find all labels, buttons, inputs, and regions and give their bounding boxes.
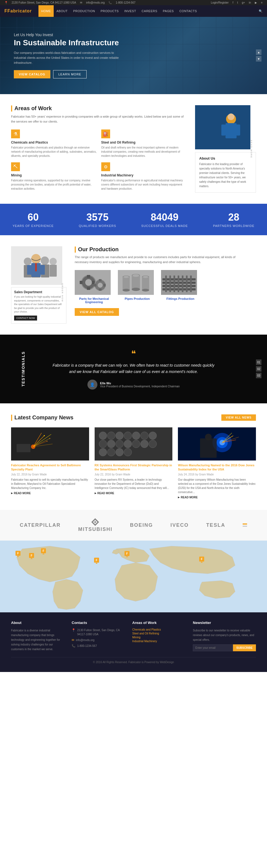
social-gp[interactable]: g+ — [242, 1, 245, 4]
aow-grid: ⚗ Chemicals and Plastics Fabricator prov… — [11, 129, 187, 191]
contact-now-button[interactable]: CONTACT NOW — [14, 316, 37, 320]
svg-rect-24 — [87, 287, 90, 290]
svg-point-80 — [116, 440, 124, 448]
stat-workers: 3575 Qualified Workers — [79, 212, 116, 227]
footer-link-steel[interactable]: Steel and Oil Refining — [132, 632, 185, 635]
social-yt[interactable]: ▶ — [255, 1, 257, 4]
svg-point-13 — [50, 258, 57, 265]
aow-content: Areas of Work Fabricator has 50+ years' … — [11, 105, 187, 193]
svg-point-87 — [116, 448, 124, 456]
partners-page-2[interactable] — [243, 526, 247, 527]
footer-link-chemicals[interactable]: Chemicals and Plastics — [132, 628, 185, 631]
nav-item-contacts[interactable]: CONTACTS — [177, 5, 200, 17]
mechanical-label[interactable]: Parts for Mechanical Engineering — [75, 297, 113, 304]
aow-item-steel: ⛽ Steel and Oil Refining Oil and draft r… — [101, 129, 187, 158]
read-more-2[interactable]: READ MORE — [95, 492, 172, 495]
social-tw[interactable]: t — [237, 1, 238, 4]
aow-item-chemicals: ⚗ Chemicals and Plastics Fabricator prov… — [11, 129, 97, 158]
news-excerpt-2: Our close partners RX Systems, a leader … — [95, 477, 172, 490]
fittings-label[interactable]: Fittings Production — [161, 297, 200, 300]
nav-item-about[interactable]: ABOUT — [54, 5, 70, 17]
social-li[interactable]: in — [249, 1, 251, 4]
news-img-3 — [178, 427, 256, 461]
footer-address-item: 📍 2130 Fulton Street, San Diego, CA 9411… — [72, 628, 124, 637]
pipes-label[interactable]: Pipes Production — [118, 297, 157, 300]
svg-rect-55 — [182, 276, 183, 292]
chemicals-desc: Fabricator provides chemicals and plasti… — [11, 146, 97, 158]
hero-arrow-up[interactable]: ▲ — [256, 50, 262, 55]
svg-point-68 — [50, 438, 50, 439]
test-nav-01[interactable]: 01 — [256, 360, 262, 365]
partner-mitsubishi: MITSUBISHI — [78, 518, 112, 532]
social-fb[interactable]: f — [233, 1, 233, 4]
svg-rect-14 — [50, 265, 57, 277]
svg-point-75 — [132, 432, 140, 439]
nav-item-careers[interactable]: CAREERS — [139, 5, 160, 17]
logo[interactable]: FFabricator — [4, 8, 32, 13]
read-more-3[interactable]: READ MORE — [178, 496, 256, 499]
footer-email-link[interactable]: info@mvds.org — [76, 638, 95, 642]
view-all-catalog-button[interactable]: VIEW ALL CATALOG — [75, 308, 119, 316]
view-all-news-button[interactable]: VIEW ALL NEWS — [221, 414, 256, 421]
footer-newsletter-col: Newsletter Subscribe to our newsletter t… — [193, 621, 256, 652]
svg-rect-30 — [99, 288, 102, 291]
view-catalog-button[interactable]: VIEW CATALOG — [14, 70, 50, 79]
svg-rect-39 — [123, 277, 130, 290]
partners-page-1[interactable] — [243, 523, 247, 525]
svg-point-66 — [44, 435, 45, 436]
news-title-2[interactable]: RX Systems Announces First Strategic Par… — [95, 463, 172, 472]
nav-item-products[interactable]: PRODUCTS — [98, 5, 122, 17]
top-bar: 📍 2130 Fulton Street, San Diego, CA 9411… — [0, 0, 267, 5]
search-icon[interactable]: 🔍 — [259, 9, 263, 13]
email-link[interactable]: info@mvds.org — [86, 1, 105, 4]
testimonial-quote: Fabricator is a company that we can rely… — [51, 362, 217, 375]
learn-more-button[interactable]: LEARN MORE — [53, 70, 87, 79]
footer-email-item: ✉ info@mvds.org — [72, 638, 124, 642]
nav-item-production[interactable]: PRODUCTION — [70, 5, 98, 17]
news-img-2 — [95, 427, 172, 461]
hero-title: In Sustainable Infrastructure — [14, 38, 119, 48]
svg-point-37 — [133, 274, 139, 277]
social-rss[interactable]: ≡ — [261, 1, 263, 4]
news-title-bar: Latest Company News — [11, 414, 73, 421]
nav-item-pages[interactable]: PAGES — [160, 5, 177, 17]
news-section: Latest Company News VIEW ALL NEWS — [0, 403, 267, 510]
footer-phone-icon: 📞 — [72, 644, 76, 648]
top-bar-left: 📍 2130 Fulton Street, San Diego, CA 9411… — [4, 1, 136, 4]
svg-point-73 — [116, 432, 124, 439]
svg-rect-32 — [104, 284, 106, 286]
sales-desc: If you are looking for high-quality indu… — [14, 295, 63, 314]
svg-text:F: F — [31, 554, 32, 557]
partners-pagination — [243, 523, 247, 527]
partner-caterpillar: CATERPILLAR — [20, 522, 61, 528]
test-nav-02[interactable]: 02 — [256, 366, 262, 372]
login-link[interactable]: Login/Register — [211, 1, 229, 4]
svg-rect-4 — [221, 125, 225, 135]
news-title-1[interactable]: Fabricator Reaches Agreement to Sell Bal… — [11, 463, 89, 472]
svg-point-98 — [205, 434, 212, 440]
author-title: Vice President of Business Development, … — [100, 385, 180, 388]
read-more-1[interactable]: READ MORE — [11, 492, 89, 495]
svg-point-22 — [85, 279, 92, 286]
stat-years-number: 60 — [12, 212, 54, 223]
test-nav-03[interactable]: 03 — [256, 373, 262, 378]
nav-right: 🔍 — [259, 9, 263, 13]
news-title-3[interactable]: Wilson Manufacturing Named to the 2016 D… — [178, 463, 256, 472]
stat-years-label: Years of Experience — [12, 224, 54, 227]
svg-point-76 — [140, 432, 148, 439]
production-left: Sales Department If you are looking for … — [11, 246, 66, 323]
newsletter-email-input[interactable] — [193, 644, 233, 651]
footer-link-mining[interactable]: Mining — [132, 636, 185, 639]
mining-title: Mining — [11, 174, 97, 177]
nav-item-invest[interactable]: INVEST — [122, 5, 139, 17]
hero-arrow-down[interactable]: ▼ — [256, 56, 262, 62]
footer-link-machinery[interactable]: Industrial Machinery — [132, 640, 185, 643]
stat-workers-label: Qualified Workers — [79, 224, 116, 227]
phone-text: 1-800-1234-567 — [116, 1, 135, 4]
chemicals-title: Chemicals and Plastics — [11, 141, 97, 145]
author-info: Ella Wu Vice President of Business Devel… — [100, 381, 180, 388]
newsletter-subscribe-button[interactable]: SUBSCRIBE — [233, 644, 256, 651]
hero-buttons: VIEW CATALOG LEARN MORE — [14, 70, 119, 79]
nav-item-home[interactable]: HOME — [38, 5, 54, 17]
testimonials-side-label: Testimonials — [21, 351, 25, 386]
